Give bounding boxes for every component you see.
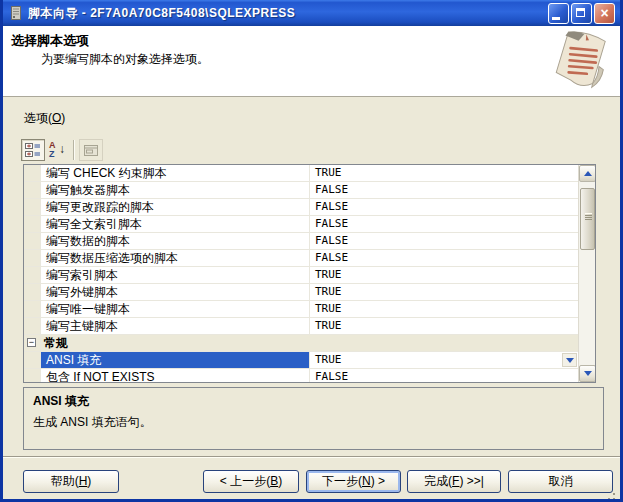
property-rows: 编写 CHECK 约束脚本 TRUE 编写触发器脚本 FALSE 编写更改跟踪的…	[24, 165, 578, 383]
page-subtitle: 为要编写脚本的对象选择选项。	[41, 51, 209, 68]
alphabetical-sort-button[interactable]: A Z ↓	[45, 139, 69, 161]
property-value[interactable]: TRUE	[309, 352, 578, 368]
property-name[interactable]: 编写数据的脚本	[41, 233, 309, 249]
property-value[interactable]: FALSE	[309, 182, 578, 198]
cancel-button[interactable]: 取消	[508, 470, 613, 493]
wizard-header: 选择脚本选项 为要编写脚本的对象选择选项。	[3, 26, 620, 97]
property-name[interactable]: 编写数据压缩选项的脚本	[41, 250, 309, 266]
property-value[interactable]: FALSE	[309, 199, 578, 215]
scrollbar-thumb[interactable]	[580, 188, 595, 250]
table-row[interactable]: 编写数据的脚本 FALSE	[24, 233, 578, 250]
options-label: 选项(O)	[24, 110, 65, 127]
property-value[interactable]: FALSE	[309, 216, 578, 232]
property-value[interactable]: TRUE	[309, 165, 578, 181]
property-value[interactable]: TRUE	[309, 301, 578, 317]
table-row[interactable]: 编写全文索引脚本 FALSE	[24, 216, 578, 233]
minimize-icon	[552, 17, 560, 20]
description-text: 生成 ANSI 填充语句。	[33, 414, 594, 431]
property-name[interactable]: ANSI 填充	[41, 352, 309, 368]
resize-grip[interactable]	[613, 493, 615, 495]
bottom-separator	[3, 456, 620, 458]
minimize-button[interactable]	[548, 3, 569, 24]
window-title: 脚本向导 - 2F7A0A70C8F5408\SQLEXPRESS	[28, 5, 546, 22]
category-row[interactable]: − 常规	[24, 335, 578, 352]
table-row[interactable]: 编写外键脚本 TRUE	[24, 284, 578, 301]
description-panel: ANSI 填充 生成 ANSI 填充语句。	[23, 387, 604, 450]
property-pages-button[interactable]	[79, 139, 103, 161]
property-value[interactable]: FALSE	[309, 233, 578, 249]
chevron-down-icon	[584, 371, 592, 376]
description-title: ANSI 填充	[33, 393, 594, 410]
table-row[interactable]: 编写唯一键脚本 TRUE	[24, 301, 578, 318]
chevron-down-icon	[566, 358, 574, 363]
app-icon	[8, 5, 24, 21]
vertical-scrollbar[interactable]	[578, 165, 595, 382]
table-row[interactable]: 编写 CHECK 约束脚本 TRUE	[24, 165, 578, 182]
wizard-scroll-graphic	[550, 27, 612, 93]
page-title: 选择脚本选项	[11, 32, 89, 50]
property-grid: 编写 CHECK 约束脚本 TRUE 编写触发器脚本 FALSE 编写更改跟踪的…	[23, 164, 596, 383]
close-button[interactable]: ×	[594, 3, 615, 24]
property-grid-toolbar: A Z ↓	[21, 138, 103, 162]
property-value[interactable]: FALSE	[309, 250, 578, 266]
property-name[interactable]: 编写外键脚本	[41, 284, 309, 300]
property-name[interactable]: 编写主键脚本	[41, 318, 309, 334]
property-name[interactable]: 编写全文索引脚本	[41, 216, 309, 232]
help-button[interactable]: 帮助(H)	[23, 470, 119, 493]
script-wizard-dialog: 脚本向导 - 2F7A0A70C8F5408\SQLEXPRESS × 选择脚本…	[0, 0, 623, 502]
chevron-up-icon	[584, 171, 592, 176]
table-row[interactable]: 编写数据压缩选项的脚本 FALSE	[24, 250, 578, 267]
property-value[interactable]: TRUE	[309, 267, 578, 283]
category-label: 常规	[41, 335, 68, 351]
value-dropdown-button[interactable]	[562, 353, 577, 367]
property-pages-icon	[83, 144, 99, 157]
az-sort-icon: A Z ↓	[48, 141, 66, 159]
next-button[interactable]: 下一步(N) >	[306, 470, 401, 493]
scroll-down-button[interactable]	[579, 365, 596, 382]
table-row[interactable]: 编写主键脚本 TRUE	[24, 318, 578, 335]
table-row[interactable]: 编写触发器脚本 FALSE	[24, 182, 578, 199]
property-name[interactable]: 编写索引脚本	[41, 267, 309, 283]
finish-button[interactable]: 完成(F) >>|	[407, 470, 501, 493]
collapse-icon[interactable]: −	[27, 338, 36, 347]
property-value[interactable]: TRUE	[309, 284, 578, 300]
table-row[interactable]: 编写更改跟踪的脚本 FALSE	[24, 199, 578, 216]
categorized-icon	[25, 143, 41, 157]
maximize-button[interactable]	[571, 3, 592, 24]
maximize-icon	[576, 8, 585, 17]
toolbar-separator	[73, 140, 75, 160]
table-row[interactable]: 包含 If NOT EXISTS FALSE	[24, 369, 578, 383]
table-row-selected[interactable]: ANSI 填充 TRUE	[24, 352, 578, 369]
back-button[interactable]: < 上一步(B)	[203, 470, 299, 493]
property-value[interactable]: TRUE	[309, 318, 578, 334]
property-name[interactable]: 编写唯一键脚本	[41, 301, 309, 317]
property-name[interactable]: 编写更改跟踪的脚本	[41, 199, 309, 215]
categorized-view-button[interactable]	[21, 139, 45, 161]
scroll-up-button[interactable]	[579, 165, 596, 182]
property-value[interactable]: FALSE	[309, 369, 578, 383]
property-name[interactable]: 编写触发器脚本	[41, 182, 309, 198]
table-row[interactable]: 编写索引脚本 TRUE	[24, 267, 578, 284]
property-name[interactable]: 包含 If NOT EXISTS	[41, 369, 309, 383]
close-icon: ×	[595, 4, 614, 23]
property-name[interactable]: 编写 CHECK 约束脚本	[41, 165, 309, 181]
title-bar[interactable]: 脚本向导 - 2F7A0A70C8F5408\SQLEXPRESS ×	[3, 0, 620, 26]
